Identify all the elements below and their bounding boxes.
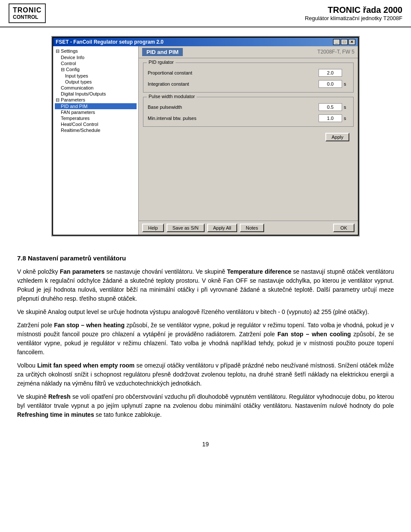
base-pulsewidth-row: Base pulsewidth s — [148, 103, 349, 111]
screenshot-area: FSET - FanCoil Regulator setup program 2… — [51, 36, 360, 236]
tree-item-device-info[interactable]: Device Info — [55, 54, 137, 60]
close-button[interactable]: ✕ — [348, 39, 355, 45]
logo-area: TRONIC CONTROL — [9, 3, 46, 23]
help-button[interactable]: Help — [142, 224, 164, 232]
header-title: TRONIC řada 2000 Regulátor klimatizační … — [305, 5, 402, 21]
page-header: TRONIC CONTROL TRONIC řada 2000 Reguláto… — [0, 0, 411, 27]
right-panel: PID and PIM T2008F-T, FW 5 PID rgulator … — [139, 46, 358, 235]
interval-unit: s — [344, 116, 349, 121]
tree-item-input-types[interactable]: Input types — [55, 73, 137, 79]
paragraph-4: Volbou Limit fan speed when empty room s… — [17, 361, 394, 388]
integration-row: Integration constant s — [148, 80, 349, 88]
tree-item-temperatures[interactable]: Temperatures — [55, 115, 137, 121]
paragraph-1: V okně položky Fan parameters se nastavu… — [17, 267, 394, 303]
tree-panel: ⊟ Settings Device Info Control ⊟ Config … — [53, 46, 139, 235]
panel-title: PID and PIM — [142, 48, 183, 56]
pwm-group: Pulse width modulator Base pulsewidth s … — [143, 97, 354, 127]
page-number: 19 — [0, 441, 411, 448]
tree-item-control[interactable]: Control — [55, 60, 137, 66]
section-title: 7.8 Nastavení parametrů ventilátoru — [17, 254, 394, 263]
base-pulsewidth-label: Base pulsewidth — [148, 105, 319, 110]
tree-item-output-types[interactable]: Output types — [55, 79, 137, 85]
ok-button[interactable]: OK — [333, 224, 354, 232]
dialog-footer: Help Save as S/N Apply All Notes OK — [139, 221, 358, 235]
dialog-title: FSET - FanCoil Regulator setup program 2… — [56, 39, 164, 45]
paragraph-5: Ve skupině Refresh se volí opatření pro … — [17, 392, 394, 419]
tree-item-config[interactable]: ⊟ Config — [55, 66, 137, 73]
tree-item-settings[interactable]: ⊟ Settings — [55, 48, 137, 54]
dialog-body: ⊟ Settings Device Info Control ⊟ Config … — [53, 46, 358, 235]
subtitle: Regulátor klimatizační jednotky T2008F — [305, 15, 402, 21]
minimize-button[interactable]: _ — [333, 39, 340, 45]
logo-tronic: TRONIC — [13, 6, 42, 14]
min-interval-label: Min.interval btw. pulses — [148, 116, 319, 121]
tree-item-pid-pim[interactable]: PID and PIM — [55, 103, 137, 109]
integration-label: Integration constant — [148, 81, 319, 87]
pid-group: PID rgulator Proportional constant Integ… — [143, 63, 354, 93]
min-interval-row: Min.interval btw. pulses s — [148, 114, 349, 122]
tree-item-fan-params[interactable]: FAN parameters — [55, 109, 137, 115]
base-pulsewidth-input[interactable] — [319, 103, 342, 111]
min-interval-input[interactable] — [319, 114, 342, 122]
proportional-label: Proportional constant — [148, 70, 319, 75]
tree-item-realtime[interactable]: Realtime/Schedule — [55, 127, 137, 133]
dialog-titlebar: FSET - FanCoil Regulator setup program 2… — [53, 38, 358, 46]
pwm-group-title: Pulse width modulator — [147, 94, 197, 99]
paragraph-3: Zatržení pole Fan stop – when heating zp… — [17, 321, 394, 357]
footer-buttons: Help Save as S/N Apply All Notes — [142, 224, 264, 232]
title-buttons: _ □ ✕ — [333, 39, 355, 45]
proportional-row: Proportional constant — [148, 69, 349, 77]
apply-all-button[interactable]: Apply All — [207, 224, 237, 232]
dialog-window: FSET - FanCoil Regulator setup program 2… — [52, 37, 359, 236]
tree-item-parameters[interactable]: ⊟ Parameters — [55, 97, 137, 103]
apply-container: Apply — [143, 131, 354, 143]
main-content: 7.8 Nastavení parametrů ventilátoru V ok… — [0, 245, 411, 433]
panel-header: PID and PIM T2008F-T, FW 5 — [139, 46, 358, 58]
main-title: TRONIC řada 2000 — [305, 5, 402, 15]
integration-unit: s — [344, 81, 349, 87]
paragraph-2: Ve skupině Analog output level se určuje… — [17, 308, 394, 317]
panel-content: PID rgulator Proportional constant Integ… — [139, 58, 358, 221]
base-unit: s — [344, 105, 349, 110]
notes-button[interactable]: Notes — [240, 224, 264, 232]
pid-group-title: PID rgulator — [147, 60, 176, 65]
save-as-sn-button[interactable]: Save as S/N — [167, 224, 205, 232]
maximize-button[interactable]: □ — [341, 39, 348, 45]
proportional-input[interactable] — [319, 69, 342, 77]
panel-device: T2008F-T, FW 5 — [317, 49, 354, 55]
tree-item-communication[interactable]: Communication — [55, 85, 137, 91]
tree-item-digital-io[interactable]: Digital Inputs/Outputs — [55, 91, 137, 97]
logo: TRONIC CONTROL — [9, 3, 46, 23]
tree-item-heatcool[interactable]: Heat/Cool Control — [55, 121, 137, 127]
apply-button[interactable]: Apply — [325, 133, 349, 141]
integration-input[interactable] — [319, 80, 342, 88]
logo-control: CONTROL — [13, 14, 42, 20]
